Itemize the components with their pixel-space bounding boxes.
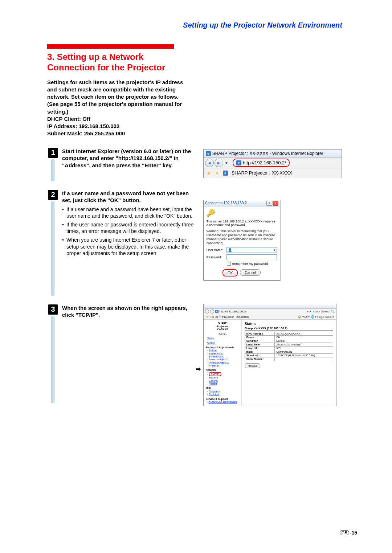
status-url[interactable]: http://192.168.150.2/: [220, 310, 246, 313]
step-3: 3 When the screen as shown on the right …: [46, 304, 203, 403]
table-row: ConditionNormal: [245, 339, 333, 343]
step-2: 2 If a user name and a password have not…: [46, 190, 203, 296]
login-dialog: Connect to 192.168.150.2 ? × 🔑 The serve…: [203, 200, 280, 281]
address-bar[interactable]: e http://192.168.150.2/: [233, 159, 290, 167]
red-bar: [47, 44, 174, 49]
bullet: • If a user name and a password have bee…: [62, 206, 200, 219]
sidebar-originator[interactable]: Originator: [209, 390, 220, 393]
step-number-2: 2: [48, 190, 58, 200]
sidebar-pa2[interactable]: Projector Adjust 2: [209, 361, 229, 364]
login-message-2: Warning: This server is requesting that …: [207, 229, 277, 245]
step-3-heading: When the screen as shown on the right ap…: [62, 304, 200, 319]
status-subtitle: Sharp XX-XXXX (192.168.150.2): [245, 327, 333, 331]
table-row: Signal Info1024x768 (H 48.3kHz / V 60.0 …: [245, 354, 333, 357]
status-table: MAC AddressXX:XX:XX:XX:XX:XX PowerON Con…: [245, 332, 333, 361]
login-dialog-title: Connect to 192.168.150.2: [205, 201, 247, 205]
step-1-heading: Start Internet Explorer (version 6.0 or …: [62, 148, 200, 169]
cancel-button[interactable]: Cancel: [240, 269, 261, 276]
table-row: InputCOMPUTER1: [245, 350, 333, 354]
sidebar-security[interactable]: Security: [209, 376, 218, 379]
status-tab[interactable]: SHARP Projector : XX-XXXX: [212, 315, 249, 319]
sidebar-status[interactable]: Status: [207, 337, 215, 340]
page-footer: GB-15: [340, 530, 357, 536]
user-icon: 👤: [228, 248, 232, 252]
step-number-3: 3: [48, 304, 58, 315]
status-heading: Status: [245, 322, 333, 326]
password-label: Password:: [207, 255, 226, 259]
sidebar-general[interactable]: General: [209, 380, 218, 382]
username-input[interactable]: 👤 ▾: [226, 247, 277, 253]
ie-icon: e: [206, 151, 211, 156]
ie-window: e SHARP Projector : XX-XXXX - Windows In…: [203, 149, 342, 178]
add-favorite-icon[interactable]: ✦: [215, 170, 219, 176]
password-input[interactable]: [226, 254, 277, 260]
favorites-icon[interactable]: ★: [207, 170, 211, 176]
table-row: Lamp Life99%: [245, 347, 333, 350]
sidebar-screen[interactable]: Screen Adjust: [209, 355, 224, 358]
username-label: User name:: [207, 248, 226, 252]
sidebar-accessurl[interactable]: Access URL Registration: [209, 401, 237, 403]
toolbar-buttons[interactable]: 🏠 ▾ 🖃 ▾ 🌐 ▾ Page Tools ▾: [298, 315, 334, 319]
sidebar-control[interactable]: Control: [207, 341, 216, 344]
keys-icon: 🔑: [207, 209, 215, 217]
bullet: • When you are using Internet Explorer 7…: [62, 237, 200, 257]
close-button[interactable]: ×: [273, 201, 278, 206]
table-row: Lamp Timer2 hour(s) 30 minute(s): [245, 343, 333, 347]
ie-icon: e: [236, 160, 241, 165]
table-row: MAC AddressXX:XX:XX:XX:XX:XX: [245, 332, 333, 336]
reload-button[interactable]: Reload: [245, 363, 260, 368]
sidebar-restart[interactable]: Restart: [209, 382, 217, 385]
table-row: Serial Number: [245, 357, 333, 361]
sidebar-allreset[interactable]: All Reset: [209, 364, 219, 367]
search-box[interactable]: Live Search: [315, 310, 330, 313]
help-button[interactable]: ?: [266, 201, 272, 206]
sidebar-picture[interactable]: Picture: [209, 349, 217, 352]
browser-tab[interactable]: SHARP Projector : XX-XXXX: [232, 170, 292, 176]
status-sidebar: SHARP Projector XX-XXXX - Menu - Status …: [204, 320, 242, 406]
sidebar-recipient[interactable]: Recipient: [209, 393, 219, 396]
login-message-1: The server 192.168.150.2 at XX-XXXX requ…: [207, 220, 277, 228]
page-header: Setting up the Projector Network Environ…: [46, 21, 342, 29]
step-2-heading: If a user name and a password have not y…: [62, 190, 200, 204]
sidebar-pa1[interactable]: Projector Adjust 1: [209, 358, 229, 361]
ie-title-bar: e SHARP Projector : XX-XXXX - Windows In…: [204, 149, 342, 158]
sidebar-tcpip[interactable]: TCP/IP: [209, 372, 221, 376]
ie-icon: e: [215, 310, 219, 313]
ie-icon: e: [223, 171, 228, 176]
status-window: ➡ e http://192.168.150.2/ ▾✦× Live Searc…: [203, 304, 336, 406]
step-1: 1 Start Internet Explorer (version 6.0 o…: [46, 148, 203, 181]
intro-text: Settings for such items as the projector…: [47, 79, 185, 138]
step-number-1: 1: [48, 148, 58, 158]
sidebar-signal[interactable]: Signal Adjust: [209, 352, 223, 355]
pointer-arrow: ➡: [196, 365, 201, 373]
bullet: • If the user name or password is entere…: [62, 221, 200, 234]
table-row: PowerON: [245, 336, 333, 339]
remember-checkbox[interactable]: Remember my password: [227, 262, 277, 266]
ok-button[interactable]: OK: [222, 269, 238, 276]
forward-button[interactable]: ►: [215, 159, 223, 167]
back-button[interactable]: ◄: [205, 159, 214, 167]
section-title: 3. Setting up a Network Connection for t…: [47, 52, 185, 73]
